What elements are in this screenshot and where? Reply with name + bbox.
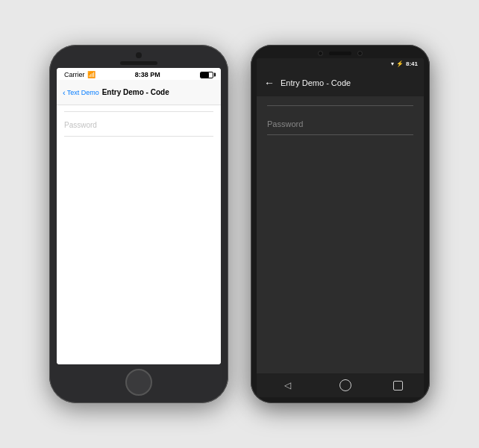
- android-speaker: [329, 52, 351, 55]
- ios-back-button[interactable]: ‹ Text Demo: [63, 88, 99, 97]
- ios-password-placeholder: Password: [64, 121, 97, 129]
- android-nav-back-button[interactable]: ◁: [278, 378, 298, 393]
- ios-status-bar: Carrier 📶 8:38 PM: [57, 68, 221, 80]
- android-screen: ▾ ⚡ 8:41 ← Entry Demo - Code Password ◁: [257, 58, 424, 397]
- android-nav-bar: ◁: [257, 373, 424, 397]
- android-toolbar: ← Entry Demo - Code: [257, 69, 424, 96]
- android-password-row[interactable]: Password: [267, 112, 413, 135]
- ios-nav-title: Entry Demo - Code: [102, 88, 169, 96]
- ios-password-row[interactable]: Password: [64, 112, 213, 137]
- ios-speaker: [120, 61, 157, 65]
- android-battery-icon: ⚡: [396, 60, 404, 67]
- android-time: 8:41: [406, 60, 418, 67]
- android-wifi-icon: ▾: [391, 60, 394, 67]
- android-password-placeholder: Password: [267, 119, 303, 128]
- ios-battery-icon: [200, 72, 213, 78]
- ios-carrier-text: Carrier: [64, 71, 85, 78]
- android-back-button[interactable]: ←: [264, 78, 275, 88]
- ios-front-camera: [136, 52, 142, 58]
- ios-home-button[interactable]: [125, 369, 152, 396]
- android-content: Password: [257, 96, 424, 373]
- ios-wifi-icon: 📶: [87, 71, 96, 78]
- ios-phone: Carrier 📶 8:38 PM ‹ Text Demo Entry Demo…: [49, 45, 228, 403]
- android-top-bar: [257, 51, 424, 56]
- android-top-separator: [267, 105, 413, 106]
- android-nav-recents-button[interactable]: [393, 381, 403, 391]
- ios-back-label[interactable]: Text Demo: [67, 89, 99, 96]
- android-sensor: [357, 51, 363, 56]
- ios-time: 8:38 PM: [135, 71, 160, 78]
- android-phone: ▾ ⚡ 8:41 ← Entry Demo - Code Password ◁: [251, 45, 430, 403]
- android-status-bar: ▾ ⚡ 8:41: [257, 58, 424, 69]
- ios-content: Password: [57, 105, 221, 364]
- ios-screen: Carrier 📶 8:38 PM ‹ Text Demo Entry Demo…: [57, 68, 221, 364]
- android-nav-home-button[interactable]: [339, 379, 351, 391]
- ios-nav-bar: ‹ Text Demo Entry Demo - Code: [57, 80, 221, 105]
- ios-carrier: Carrier 📶: [64, 71, 96, 78]
- android-status-icons: ▾ ⚡ 8:41: [391, 60, 418, 67]
- ios-battery-area: [200, 72, 213, 78]
- android-front-camera: [318, 51, 323, 56]
- android-toolbar-title: Entry Demo - Code: [281, 78, 351, 87]
- ios-chevron-icon: ‹: [63, 88, 66, 97]
